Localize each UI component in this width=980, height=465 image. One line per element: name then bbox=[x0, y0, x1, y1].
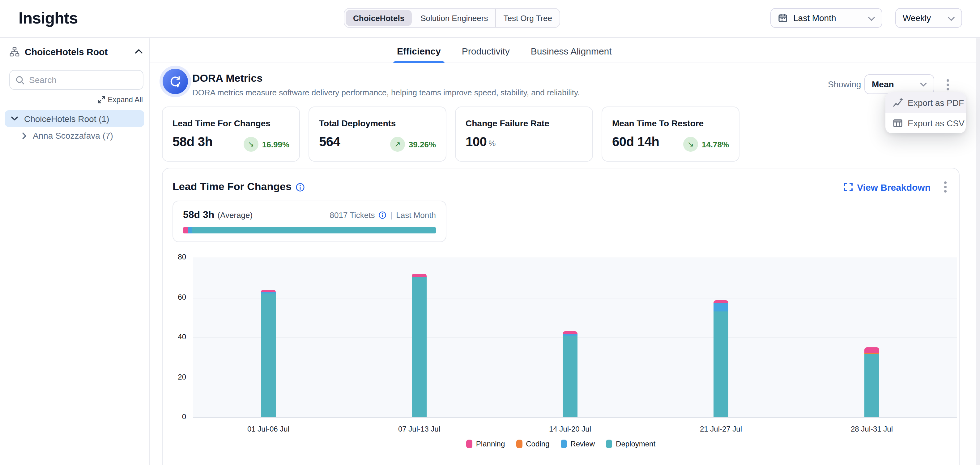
showing-select-value: Mean bbox=[872, 79, 894, 89]
x-tick-label: 28 Jul-31 Jul bbox=[822, 425, 921, 433]
info-icon[interactable] bbox=[296, 182, 305, 192]
trend-percent: 14.78% bbox=[702, 140, 729, 149]
legend-item-deployment[interactable]: Deployment bbox=[606, 439, 655, 448]
insights-page: Insights ChoiceHotels Solution Engineers… bbox=[0, 0, 980, 465]
expand-all-button[interactable]: Expand All bbox=[98, 95, 143, 104]
trend-down-arrow-icon: ↘ bbox=[683, 137, 698, 152]
bar-segment-deployment[interactable] bbox=[864, 354, 879, 417]
x-tick-label: 01 Jul-06 Jul bbox=[219, 425, 318, 433]
legend-label: Coding bbox=[526, 439, 549, 448]
table-icon bbox=[893, 118, 903, 128]
metric-card-total-deployments: Total Deployments 564 ↗ 39.26% bbox=[309, 107, 446, 161]
bar-segment-review[interactable] bbox=[261, 292, 276, 294]
chevron-down-icon bbox=[920, 82, 927, 86]
y-tick-label: 20 bbox=[164, 372, 186, 381]
bar-segment-deployment[interactable] bbox=[412, 276, 426, 417]
phase-segment-review bbox=[188, 227, 192, 233]
org-chart-icon bbox=[9, 46, 20, 57]
export-pdf-menu-item[interactable]: Export as PDF bbox=[885, 92, 966, 113]
bar-segment-planning[interactable] bbox=[261, 289, 276, 292]
expand-corners-icon bbox=[844, 183, 853, 191]
legend-swatch bbox=[516, 439, 522, 448]
tab-efficiency[interactable]: Efficiency bbox=[396, 38, 442, 63]
org-tab-test-org-tree[interactable]: Test Org Tree bbox=[495, 9, 560, 27]
org-tab-choicehotels[interactable]: ChoiceHotels bbox=[346, 10, 412, 26]
tree-item-choicehotels-root[interactable]: ChoiceHotels Root (1) bbox=[5, 110, 144, 127]
dora-cycle-icon bbox=[162, 69, 188, 94]
summary-qualifier: (Average) bbox=[217, 211, 253, 220]
showing-select[interactable]: Mean bbox=[864, 74, 934, 94]
expand-all-label: Expand All bbox=[108, 95, 143, 104]
bar-segment-deployment[interactable] bbox=[563, 336, 578, 417]
view-breakdown-button[interactable]: View Breakdown bbox=[844, 182, 931, 192]
dora-kebab-menu-icon[interactable] bbox=[944, 77, 951, 93]
chevron-down-icon[interactable] bbox=[11, 117, 18, 121]
tree-search[interactable] bbox=[9, 70, 143, 90]
main-content: Efficiency Productivity Business Alignme… bbox=[150, 38, 980, 465]
chart-card-header: Lead Time For Changes View Breakdown bbox=[172, 179, 949, 195]
tree-item-anna-scozzafava[interactable]: Anna Scozzafava (7) bbox=[22, 128, 144, 143]
summary-tickets: 8017 Tickets bbox=[330, 211, 375, 220]
collapse-sidebar-chevron-up-icon[interactable] bbox=[135, 49, 143, 54]
legend-swatch bbox=[466, 439, 473, 448]
gridline-60 bbox=[193, 297, 957, 298]
legend-item-coding[interactable]: Coding bbox=[516, 439, 549, 448]
metric-value: 58d 3h bbox=[172, 134, 212, 149]
legend-item-planning[interactable]: Planning bbox=[466, 439, 505, 448]
org-tab-solution-engineers[interactable]: Solution Engineers bbox=[413, 9, 495, 27]
metric-card-mean-time-to-restore: Mean Time To Restore 60d 14h ↘ 14.78% bbox=[601, 107, 740, 161]
y-tick-label: 40 bbox=[164, 332, 186, 341]
bar-segment-deployment[interactable] bbox=[261, 294, 276, 417]
bar-segment-planning[interactable] bbox=[714, 300, 729, 303]
trend-up-arrow-icon: ↗ bbox=[390, 137, 405, 152]
phase-segment-planning bbox=[183, 227, 188, 233]
x-tick-label: 21 Jul-27 Jul bbox=[671, 425, 770, 433]
legend-swatch bbox=[606, 439, 612, 448]
info-icon[interactable] bbox=[379, 211, 387, 219]
export-csv-label: Export as CSV bbox=[908, 118, 964, 128]
expand-arrows-icon bbox=[98, 96, 105, 104]
bar-segment-deployment[interactable] bbox=[714, 312, 729, 417]
metric-card-lead-time: Lead Time For Changes 58d 3h ↘ 16.99% bbox=[162, 107, 300, 161]
tab-business-alignment[interactable]: Business Alignment bbox=[530, 38, 613, 63]
separator: | bbox=[390, 211, 393, 220]
trend-down-arrow-icon: ↘ bbox=[243, 137, 258, 152]
legend-label: Deployment bbox=[616, 439, 655, 448]
chevron-right-icon[interactable] bbox=[22, 132, 27, 139]
sidebar-header: ChoiceHotels Root bbox=[9, 44, 143, 59]
bar-segment-planning[interactable] bbox=[563, 332, 578, 334]
vertical-scrollbar[interactable] bbox=[976, 38, 980, 465]
summary-period: Last Month bbox=[396, 211, 436, 220]
trend-percent: 39.26% bbox=[409, 140, 436, 149]
trend-badge: ↘ 16.99% bbox=[243, 137, 290, 152]
page-title: Insights bbox=[19, 9, 78, 28]
chart-title: Lead Time For Changes bbox=[172, 181, 291, 193]
granularity-select-value: Weekly bbox=[903, 13, 931, 23]
chart-kebab-menu-icon[interactable] bbox=[942, 179, 949, 195]
tab-productivity[interactable]: Productivity bbox=[461, 38, 511, 63]
tree-item-label: Anna Scozzafava (7) bbox=[33, 131, 113, 141]
period-select[interactable]: Last Month bbox=[770, 8, 882, 28]
export-csv-menu-item[interactable]: Export as CSV bbox=[885, 113, 966, 133]
org-switcher: ChoiceHotels Solution Engineers Test Org… bbox=[344, 8, 560, 28]
bar-segment-review[interactable] bbox=[563, 334, 578, 336]
bar-segment-planning[interactable] bbox=[412, 274, 426, 277]
dora-metrics-description: DORA metrics measure software delivery p… bbox=[192, 88, 580, 97]
chart-line-icon bbox=[893, 97, 903, 107]
top-header: Insights ChoiceHotels Solution Engineers… bbox=[0, 0, 980, 38]
trend-badge: ↗ 39.26% bbox=[390, 137, 436, 152]
phase-distribution-bar bbox=[183, 227, 436, 233]
lead-time-chart-card: Lead Time For Changes View Breakdown bbox=[162, 168, 959, 465]
legend-item-review[interactable]: Review bbox=[560, 439, 595, 448]
bar-segment-coding[interactable] bbox=[864, 353, 879, 354]
bar-segment-planning[interactable] bbox=[864, 347, 879, 353]
gridline-0 bbox=[193, 417, 957, 418]
period-select-value: Last Month bbox=[793, 13, 836, 23]
export-menu: Export as PDF Export as CSV bbox=[885, 92, 966, 133]
chevron-down-icon bbox=[948, 13, 955, 24]
body: ChoiceHotels Root Expand All bbox=[0, 38, 980, 465]
chart-summary-card: 58d 3h (Average) 8017 Tickets | Last Mon… bbox=[172, 201, 446, 242]
search-input[interactable] bbox=[29, 75, 128, 85]
bar-segment-review[interactable] bbox=[714, 303, 729, 312]
granularity-select[interactable]: Weekly bbox=[895, 8, 962, 28]
